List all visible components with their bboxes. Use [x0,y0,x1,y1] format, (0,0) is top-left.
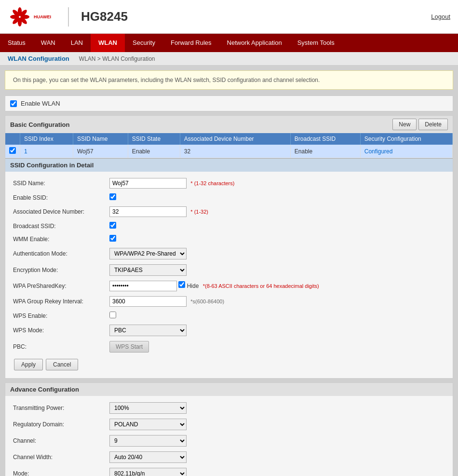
mode-label: Mode: [9,465,106,476]
assoc-device-label: Associated Device Number: [9,204,106,219]
mode-select[interactable]: 802.11b/g/n 802.11b/g 802.11n [109,468,187,476]
advance-form-table: Transmitting Power: 100% 75% 50% 25% Reg… [9,400,449,476]
ssid-action-row: Apply Cancel [9,355,449,374]
basic-config-header: Basic Configuration New Delete [5,116,453,133]
assoc-device-row: Associated Device Number: * (1-32) [9,204,449,219]
ssid-apply-button[interactable]: Apply [14,359,43,370]
ssid-detail-header: SSID Configuration in Detail [5,158,453,172]
wpa-key-label: WPA PreSharedKey: [9,278,106,294]
nav-forward-rules[interactable]: Forward Rules [163,34,219,52]
nav-lan[interactable]: LAN [63,34,91,52]
breadcrumb-bar: WLAN Configuration WLAN > WLAN Configura… [0,52,458,66]
nav-status[interactable]: Status [0,34,33,52]
tx-power-select[interactable]: 100% 75% 50% 25% [109,402,187,414]
wpa-rekey-hint: *s(600-86400) [190,299,224,304]
advance-config-section: Advance Configuration Transmitting Power… [5,382,453,476]
nav-wlan[interactable]: WLAN [91,34,125,52]
enable-ssid-label: Enable SSID: [9,191,106,204]
header: HUAWEI HG8245 Logout [0,0,458,34]
channel-value-cell: Auto 1234 5678 91011 1213 [106,433,449,449]
assoc-device-value-cell: * (1-32) [106,204,449,219]
wpa-rekey-label: WPA Group Rekey Interval: [9,294,106,309]
wps-mode-select[interactable]: PBC PIN [109,325,187,336]
col-checkbox [5,133,20,145]
broadcast-ssid-value-cell [106,219,449,232]
table-row: 1 Woj57 Enable 32 Enable Configured [5,145,453,158]
assoc-device-hint: * (1-32) [190,209,208,215]
wpa-key-hide-checkbox[interactable] [178,281,185,288]
wps-mode-value-cell: PBC PIN [106,322,449,339]
wps-mode-row: WPS Mode: PBC PIN [9,322,449,339]
new-button[interactable]: New [392,119,417,130]
channel-width-select[interactable]: Auto 20/40 20MHz 40MHz [109,451,187,463]
wps-mode-label: WPS Mode: [9,322,106,339]
col-broadcast-ssid: Broadcast SSID [290,133,360,145]
ssid-name-hint: * (1-32 characters) [190,180,234,186]
nav-network-application[interactable]: Network Application [219,34,290,52]
pbc-row: PBC: WPS Start [9,339,449,355]
wpa-key-hide-label: Hide [187,283,199,289]
channel-select[interactable]: Auto 1234 5678 91011 1213 [109,435,187,447]
assoc-device-input[interactable] [109,206,187,217]
ssid-name-value-cell: * (1-32 characters) [106,176,449,191]
auth-mode-select[interactable]: WPA/WPA2 Pre-Shared Open Shared WPA WPA2 [109,248,187,259]
auth-mode-row: Authentication Mode: WPA/WPA2 Pre-Shared… [9,245,449,262]
channel-label: Channel: [9,433,106,449]
row-checkbox[interactable] [9,147,16,154]
table-header-row: SSID Index SSID Name SSID State Associat… [5,133,453,145]
auth-mode-label: Authentication Mode: [9,245,106,262]
wpa-rekey-row: WPA Group Rekey Interval: *s(600-86400) [9,294,449,309]
ssid-form-table: SSID Name: * (1-32 characters) Enable SS… [9,176,449,355]
wps-start-button[interactable]: WPS Start [109,341,149,353]
nav-system-tools[interactable]: System Tools [290,34,342,52]
col-ssid-index: SSID Index [20,133,73,145]
delete-button[interactable]: Delete [418,119,448,130]
reg-domain-value-cell: POLAND GERMANY USA [106,416,449,433]
col-security-config: Security Configuration [360,133,452,145]
row-assoc-device: 32 [180,145,290,158]
wpa-rekey-value-cell: *s(600-86400) [106,294,449,309]
security-config-link[interactable]: Configured [364,148,393,155]
tx-power-value-cell: 100% 75% 50% 25% [106,400,449,416]
ssid-name-input[interactable] [109,178,187,189]
ssid-cancel-button[interactable]: Cancel [46,359,78,370]
basic-config-buttons: New Delete [392,119,448,130]
info-text: On this page, you can set the WLAN param… [13,77,320,83]
mode-value-cell: 802.11b/g/n 802.11b/g 802.11n [106,465,449,476]
wps-enable-label: WPS Enable: [9,309,106,322]
ssid-name-row: SSID Name: * (1-32 characters) [9,176,449,191]
reg-domain-select[interactable]: POLAND GERMANY USA [109,419,187,430]
logout-button[interactable]: Logout [431,13,450,20]
col-assoc-device: Associated Device Number [180,133,290,145]
wmm-enable-checkbox[interactable] [109,235,116,242]
header-divider [68,7,69,27]
enc-mode-row: Encryption Mode: TKIP&AES TKIP AES [9,262,449,278]
nav-security[interactable]: Security [125,34,163,52]
basic-config-section: Basic Configuration New Delete SSID Inde… [5,115,453,379]
nav-wan[interactable]: WAN [33,34,63,52]
channel-row: Channel: Auto 1234 5678 91011 1213 [9,433,449,449]
col-ssid-name: SSID Name [73,133,128,145]
row-security-config[interactable]: Configured [360,145,452,158]
huawei-logo-icon [8,5,32,29]
row-ssid-state: Enable [128,145,180,158]
enable-wlan-checkbox[interactable] [10,100,17,107]
wpa-rekey-input[interactable] [109,296,187,307]
enc-mode-select[interactable]: TKIP&AES TKIP AES [109,264,187,276]
wps-enable-checkbox[interactable] [109,312,116,318]
enc-mode-label: Encryption Mode: [9,262,106,278]
enable-wlan-row: Enable WLAN [5,95,453,111]
wpa-key-hint: *(8-63 ASCII characters or 64 hexadecima… [203,283,319,289]
channel-width-value-cell: Auto 20/40 20MHz 40MHz [106,449,449,465]
broadcast-ssid-row: Broadcast SSID: [9,219,449,232]
wpa-key-input[interactable] [109,281,177,291]
advance-form: Transmitting Power: 100% 75% 50% 25% Reg… [5,396,453,476]
ssid-detail-title: SSID Configuration in Detail [10,162,94,169]
broadcast-ssid-checkbox[interactable] [109,222,116,229]
tx-power-row: Transmitting Power: 100% 75% 50% 25% [9,400,449,416]
ssid-detail-form: SSID Name: * (1-32 characters) Enable SS… [5,172,453,378]
enable-ssid-checkbox[interactable] [109,193,116,200]
row-index: 1 [20,145,73,158]
header-title: HG8245 [81,9,128,24]
channel-width-row: Channel Width: Auto 20/40 20MHz 40MHz [9,449,449,465]
